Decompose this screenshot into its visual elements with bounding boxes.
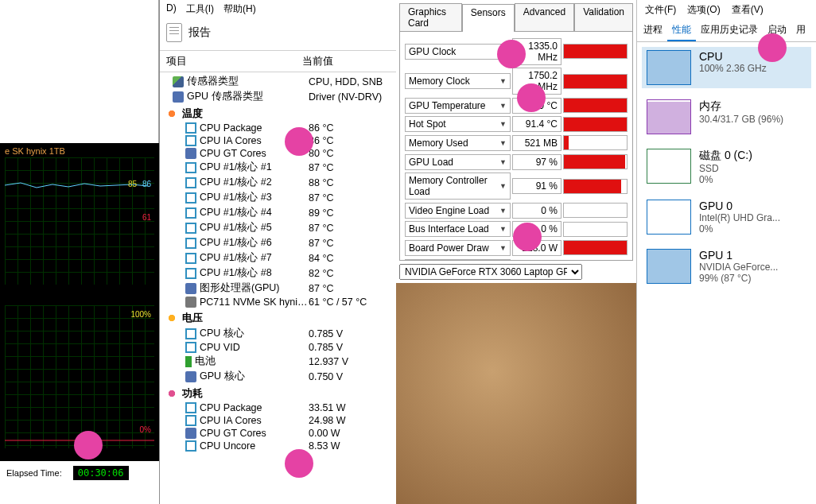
tm-card-gpu1[interactable]: GPU 1 NVIDIA GeForce... 99% (87 °C): [642, 246, 811, 287]
gpuz-sensor-row[interactable]: Bus Interface Load▼ 0 %: [405, 221, 628, 237]
sensor-row[interactable]: GPU 传感器类型 Driver (NV-DRV): [163, 89, 393, 104]
thumb-icon: [647, 249, 691, 284]
category-row[interactable]: 温度: [163, 104, 393, 122]
gpuz-sensor-row[interactable]: Memory Used▼ 521 MB: [405, 135, 628, 151]
batt-icon: [185, 356, 192, 367]
sensor-row[interactable]: 图形处理器(GPU) 87 °C: [163, 281, 393, 296]
menu-tools[interactable]: 工具(I): [186, 2, 214, 16]
gpu-icon: [185, 371, 196, 382]
device-select[interactable]: NVIDIA GeForce RTX 3060 Laptop GPU: [399, 264, 582, 280]
menu-d[interactable]: D): [166, 2, 177, 16]
tm-menu-view[interactable]: 查看(V): [732, 3, 764, 17]
check-icon: [185, 223, 196, 234]
tm-card-disk[interactable]: 磁盘 0 (C:) SSD 0%: [642, 145, 811, 188]
tab-graphics-card[interactable]: Graphics Card: [399, 3, 462, 31]
col-value[interactable]: 当前值: [302, 54, 390, 68]
sensor-row[interactable]: CPU #1/核心 #5 87 °C: [163, 220, 393, 235]
chevron-down-icon[interactable]: ▼: [499, 77, 507, 85]
power-icon: [166, 388, 177, 399]
gpuz-sensor-row[interactable]: GPU Clock▼ 1335.0 MHz: [405, 38, 628, 65]
drive-icon: [185, 297, 196, 308]
chevron-down-icon[interactable]: ▼: [499, 48, 507, 56]
gpuz-sensor-row[interactable]: Memory Clock▼ 1750.2 MHz: [405, 68, 628, 95]
tm-menu-options[interactable]: 选项(O): [687, 3, 720, 17]
sensor-row[interactable]: CPU #1/核心 #6 87 °C: [163, 235, 393, 250]
sensor-row[interactable]: CPU 核心 0.785 V: [163, 326, 393, 341]
tm-card-cpu[interactable]: CPU 100% 2.36 GHz: [642, 47, 811, 88]
check-icon: [185, 402, 196, 413]
chevron-down-icon[interactable]: ▼: [499, 207, 507, 215]
tm-tab-2[interactable]: 应用历史记录: [696, 20, 763, 41]
check-icon: [185, 162, 196, 173]
sensor-row[interactable]: GPU 核心 0.750 V: [163, 369, 393, 384]
chevron-down-icon[interactable]: ▼: [499, 120, 507, 128]
gpu-icon: [185, 283, 196, 294]
sensor-row[interactable]: CPU Package 86 °C: [163, 122, 393, 134]
chevron-down-icon[interactable]: ▼: [499, 139, 507, 147]
chevron-down-icon[interactable]: ▼: [499, 158, 507, 166]
sensor-tree[interactable]: 传感器类型 CPU, HDD, SNB GPU 传感器类型 Driver (NV…: [160, 72, 396, 454]
tab-validation[interactable]: Validation: [574, 3, 633, 31]
sensor-row[interactable]: CPU #1/核心 #2 88 °C: [163, 175, 393, 190]
gpuz-sensor-row[interactable]: GPU Temperature▼ 87.9 °C: [405, 98, 628, 114]
desktop-background: [396, 283, 636, 505]
sensor-row[interactable]: CPU Package 33.51 W: [163, 401, 393, 414]
elapsed-value: 00:30:06: [73, 466, 129, 480]
tm-menu-file[interactable]: 文件(F): [645, 3, 676, 17]
check-icon: [185, 192, 196, 204]
sensor-row[interactable]: CPU VID 0.785 V: [163, 341, 393, 354]
sensor-row[interactable]: CPU #1/核心 #8 82 °C: [163, 266, 393, 281]
tm-tab-1[interactable]: 性能: [667, 20, 696, 41]
sensor-row[interactable]: CPU IA Cores 24.98 W: [163, 414, 393, 427]
blank-grid-area: [0, 0, 159, 143]
col-item[interactable]: 项目: [166, 54, 302, 68]
category-row[interactable]: 电压: [163, 308, 393, 326]
category-row[interactable]: 功耗: [163, 384, 393, 401]
chevron-down-icon[interactable]: ▼: [499, 225, 507, 233]
check-icon: [185, 253, 196, 264]
menu-bar[interactable]: D) 工具(I) 帮助(H): [160, 0, 396, 18]
gpuz-sensor-row[interactable]: Memory Controller Load▼ 91 %: [405, 173, 628, 200]
check-icon: [185, 207, 196, 219]
check-icon: [185, 268, 196, 279]
temp-icon: [166, 108, 177, 119]
elapsed-label: Elapsed Time:: [6, 468, 62, 478]
check-icon: [185, 328, 196, 339]
gpuz-sensor-row[interactable]: GPU Chip Power Draw▼ 95.4 W: [405, 259, 628, 261]
sensor-icon: [173, 76, 184, 87]
thumb-icon: [647, 200, 691, 235]
chevron-down-icon[interactable]: ▼: [499, 244, 507, 252]
volt-icon: [166, 312, 177, 324]
sensor-row[interactable]: CPU #1/核心 #1 87 °C: [163, 160, 393, 175]
chevron-down-icon[interactable]: ▼: [499, 102, 507, 110]
sensor-row[interactable]: 传感器类型 CPU, HDD, SNB: [163, 74, 393, 89]
check-icon: [185, 415, 196, 426]
temp-graph: 86 85 61: [5, 157, 154, 285]
gpuz-sensor-row[interactable]: Board Power Draw▼ 128.0 W: [405, 240, 628, 256]
sensor-row[interactable]: CPU GT Cores 0.00 W: [163, 427, 393, 440]
sensor-row[interactable]: CPU #1/核心 #7 84 °C: [163, 250, 393, 266]
sensor-row[interactable]: CPU #1/核心 #4 89 °C: [163, 205, 393, 220]
sensor-row[interactable]: CPU IA Cores 86 °C: [163, 134, 393, 147]
sensor-row[interactable]: CPU GT Cores 80 °C: [163, 147, 393, 160]
tab-advanced[interactable]: Advanced: [515, 3, 574, 31]
sensor-row[interactable]: PC711 NVMe SK hynix 1TB 61 °C / 57 °C: [163, 296, 393, 308]
gpuz-sensor-row[interactable]: Hot Spot▼ 91.4 °C: [405, 116, 628, 132]
menu-help[interactable]: 帮助(H): [223, 2, 256, 16]
tab-sensors[interactable]: Sensors: [462, 4, 515, 32]
tm-tab-3[interactable]: 启动: [763, 20, 791, 41]
tm-card-gpu0[interactable]: GPU 0 Intel(R) UHD Gra... 0%: [642, 196, 811, 238]
check-icon: [185, 238, 196, 249]
sensor-row[interactable]: CPU Uncore 8.53 W: [163, 440, 393, 452]
tm-card-mem[interactable]: 内存 30.4/31.7 GB (96%): [642, 96, 811, 138]
report-label[interactable]: 报告: [188, 25, 211, 40]
gpuz-sensor-row[interactable]: GPU Load▼ 97 %: [405, 154, 628, 170]
sensor-row[interactable]: CPU #1/核心 #3 87 °C: [163, 190, 393, 205]
gpuz-sensor-row[interactable]: Video Engine Load▼ 0 %: [405, 203, 628, 219]
thumb-icon: [647, 99, 691, 134]
check-icon: [185, 342, 196, 353]
chevron-down-icon[interactable]: ▼: [499, 182, 507, 190]
tm-tab-4[interactable]: 用: [791, 20, 810, 41]
tm-tab-0[interactable]: 进程: [639, 20, 667, 41]
sensor-row[interactable]: 电池 12.937 V: [163, 354, 393, 369]
